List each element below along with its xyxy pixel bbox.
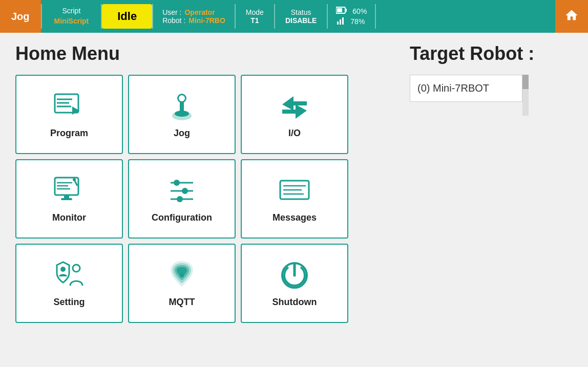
setting-tile[interactable]: Setting — [15, 244, 123, 323]
signal-icon — [336, 16, 345, 26]
messages-label: Messages — [272, 212, 317, 223]
jog-button[interactable]: Jog — [0, 0, 41, 33]
divider-7 — [375, 4, 376, 29]
svg-rect-3 — [337, 21, 339, 25]
shutdown-icon — [278, 259, 311, 292]
user-section: User : Operator Robot : Mini-7RBO — [153, 0, 235, 33]
svg-marker-16 — [282, 104, 307, 119]
svg-rect-5 — [342, 17, 344, 25]
svg-rect-2 — [345, 9, 347, 12]
configuration-icon — [165, 175, 198, 207]
io-tile[interactable]: I/O — [241, 75, 348, 154]
configuration-tile[interactable]: Configuration — [128, 159, 236, 239]
svg-rect-1 — [337, 8, 342, 12]
shutdown-tile[interactable]: Shutdown — [241, 244, 348, 323]
svg-point-36 — [73, 265, 80, 272]
io-label: I/O — [288, 128, 301, 139]
menu-grid: Program Jog — [15, 75, 389, 323]
program-label: Program — [50, 128, 88, 139]
svg-rect-24 — [61, 198, 72, 200]
topbar: Jog Script MiniScript Idle User : Operat… — [0, 0, 588, 33]
scrollbar[interactable] — [522, 75, 529, 116]
svg-point-26 — [174, 180, 180, 186]
mqtt-tile[interactable]: MQTT — [128, 244, 236, 323]
shutdown-label: Shutdown — [272, 297, 317, 308]
scrollbar-thumb — [522, 75, 529, 89]
robot-list[interactable]: (0) Mini-7RBOT — [410, 75, 522, 102]
svg-point-35 — [60, 267, 66, 272]
mqtt-icon — [165, 259, 198, 292]
main-content: Home Menu Program — [0, 33, 588, 367]
svg-rect-23 — [64, 195, 69, 198]
svg-point-37 — [180, 273, 184, 277]
jog-icon — [165, 90, 198, 123]
battery-icon — [336, 7, 347, 15]
target-title: Target Robot : — [410, 43, 573, 64]
home-button[interactable] — [555, 0, 588, 33]
messages-tile[interactable]: Messages — [241, 159, 348, 239]
monitor-tile[interactable]: Monitor — [15, 159, 123, 239]
right-panel: Target Robot : (0) Mini-7RBOT — [410, 43, 573, 357]
program-icon — [53, 90, 86, 123]
svg-point-22 — [73, 178, 76, 181]
messages-icon — [278, 175, 311, 207]
io-icon — [278, 90, 311, 123]
jog-tile[interactable]: Jog — [128, 75, 236, 154]
battery-section: 60% 78% — [328, 0, 375, 33]
left-panel: Home Menu Program — [15, 43, 389, 357]
setting-icon — [53, 259, 86, 292]
robot-list-item[interactable]: (0) Mini-7RBOT — [417, 80, 515, 96]
program-tile[interactable]: Program — [15, 75, 123, 154]
mode-section: Mode T1 — [236, 0, 274, 33]
svg-point-28 — [182, 188, 188, 194]
script-section: Script MiniScript — [42, 0, 101, 33]
svg-point-30 — [177, 196, 183, 202]
svg-rect-4 — [340, 19, 341, 25]
setting-label: Setting — [54, 297, 85, 308]
configuration-label: Configuration — [152, 212, 212, 223]
svg-point-14 — [179, 95, 185, 101]
monitor-icon — [53, 175, 86, 207]
jog-label: Jog — [174, 128, 190, 139]
idle-status: Idle — [102, 4, 152, 29]
mqtt-label: MQTT — [169, 297, 195, 308]
status-section: Status DISABLE — [275, 0, 327, 33]
page-title: Home Menu — [15, 43, 389, 64]
svg-marker-15 — [282, 96, 307, 111]
home-icon — [564, 8, 579, 25]
monitor-label: Monitor — [52, 212, 86, 223]
